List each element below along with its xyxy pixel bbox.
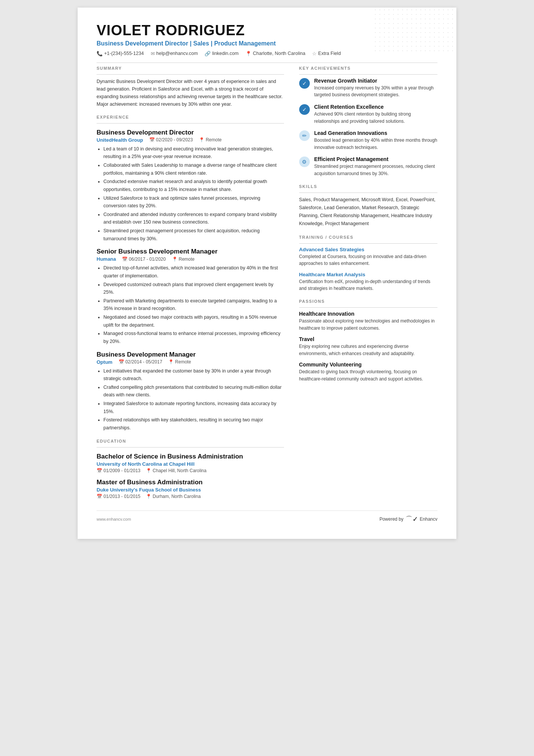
- bullet-item: Partnered with Marketing departments to …: [103, 297, 284, 313]
- passion-2: Travel Enjoy exploring new cultures and …: [299, 336, 438, 357]
- left-column: SUMMARY Dynamic Business Development Dir…: [97, 66, 284, 499]
- footer-website: www.enhancv.com: [97, 517, 131, 521]
- bullet-item: Developed customized outreach plans that…: [103, 281, 284, 296]
- achievements-label: KEY ACHIEVEMENTS: [299, 66, 438, 70]
- main-content: SUMMARY Dynamic Business Development Dir…: [97, 66, 437, 499]
- edu-location-icon-2: 📍: [146, 494, 151, 499]
- achievement-2-desc: Achieved 90% client retention by buildin…: [314, 111, 438, 125]
- achievement-3-title: Lead Generation Innovations: [314, 130, 438, 136]
- job-2: Senior Business Development Manager Huma…: [97, 248, 284, 345]
- bullet-item: Integrated Salesforce to automate report…: [103, 400, 284, 415]
- location-icon: 📍: [245, 51, 251, 56]
- job-3-meta: Optum 📅 02/2014 - 05/2017 📍 Remote: [97, 359, 284, 365]
- right-column: KEY ACHIEVEMENTS ✓ Revenue Growth Initia…: [299, 66, 438, 499]
- skills-text: Sales, Product Management, Microsoft Wor…: [299, 196, 438, 228]
- skills-label: SKILLS: [299, 184, 438, 189]
- edu-1-meta: 📅 01/2009 - 01/2013 📍 Chapel Hill, North…: [97, 468, 284, 473]
- summary-divider: [97, 74, 284, 75]
- job-3-location: 📍 Remote: [168, 359, 191, 365]
- header-divider: [97, 63, 437, 63]
- job-1-location: 📍 Remote: [199, 137, 222, 142]
- training-divider: [299, 243, 438, 244]
- calendar-icon-2: 📅: [122, 257, 128, 262]
- job-1-company: UnitedHealth Group: [97, 137, 143, 143]
- skills-divider: [299, 193, 438, 193]
- resume-page: VIOLET RODRIGUEZ Business Development Di…: [78, 8, 456, 539]
- calendar-icon-3: 📅: [119, 359, 124, 365]
- job-2-bullets: Directed top-of-funnel activities, which…: [97, 264, 284, 345]
- achievement-2-title: Client Retention Excellence: [314, 104, 438, 110]
- summary-text: Dynamic Business Development Director wi…: [97, 78, 284, 108]
- job-3: Business Development Manager Optum 📅 02/…: [97, 351, 284, 432]
- contact-extra: ☆ Extra Field: [312, 51, 341, 56]
- achievement-4-icon: ⚙: [299, 157, 310, 167]
- edu-2-school: Duke University's Fuqua School of Busine…: [97, 487, 284, 493]
- summary-label: SUMMARY: [97, 66, 284, 70]
- passion-3: Community Volunteering Dedicated to givi…: [299, 362, 438, 382]
- training-1-title: Advanced Sales Strategies: [299, 247, 438, 252]
- link-icon: 🔗: [205, 51, 211, 56]
- passion-3-title: Community Volunteering: [299, 362, 438, 368]
- education-label: EDUCATION: [97, 439, 284, 443]
- edu-1-degree: Bachelor of Science in Business Administ…: [97, 453, 284, 460]
- job-3-company: Optum: [97, 359, 112, 365]
- bullet-item: Coordinated and attended industry confer…: [103, 211, 284, 226]
- contact-email: ✉ help@enhancv.com: [151, 51, 198, 56]
- passion-1-desc: Passionate about exploring new technolog…: [299, 318, 438, 332]
- footer-logo: Powered by ⌒✓ Enhancv: [379, 515, 437, 524]
- edu-1-school: University of North Carolina at Chapel H…: [97, 461, 284, 467]
- bullet-item: Directed top-of-funnel activities, which…: [103, 264, 284, 280]
- training-2: Healthcare Market Analysis Certification…: [299, 272, 438, 292]
- contact-website: 🔗 linkedin.com: [205, 51, 238, 56]
- achievement-1-icon: ✓: [299, 78, 310, 89]
- edu-2-degree: Master of Business Administration: [97, 479, 284, 486]
- achievement-3-icon: ✏: [299, 130, 310, 141]
- achievement-1: ✓ Revenue Growth Initiator Increased com…: [299, 78, 438, 99]
- job-1-bullets: Led a team of 10 in devising and executi…: [97, 145, 284, 243]
- edu-2-meta: 📅 01/2013 - 01/2015 📍 Durham, North Caro…: [97, 494, 284, 499]
- bullet-item: Managed cross-functional teams to enhanc…: [103, 330, 284, 345]
- job-3-date: 📅 02/2014 - 05/2017: [119, 359, 162, 365]
- passion-1-title: Healthcare Innovation: [299, 311, 438, 317]
- bullet-item: Streamlined project management processes…: [103, 227, 284, 243]
- job-1-meta: UnitedHealth Group 📅 02/2020 - 09/2023 📍…: [97, 137, 284, 143]
- calendar-icon: 📅: [149, 137, 155, 142]
- job-2-company: Humana: [97, 256, 116, 262]
- achievement-4-desc: Streamlined project management processes…: [314, 163, 438, 177]
- education-divider: [97, 447, 284, 448]
- passion-3-desc: Dedicated to giving back through volunte…: [299, 368, 438, 382]
- achievement-4: ⚙ Efficient Project Management Streamlin…: [299, 156, 438, 177]
- bullet-item: Collaborated with Sales Leadership to ma…: [103, 161, 284, 177]
- enhancv-logo: ⌒✓ Enhancv: [406, 515, 437, 524]
- phone-icon: 📞: [97, 51, 103, 56]
- bullet-item: Led a team of 10 in devising and executi…: [103, 145, 284, 161]
- experience-label: EXPERIENCE: [97, 115, 284, 119]
- enhancv-symbol: ⌒✓: [406, 515, 418, 524]
- bullet-item: Led initiatives that expanded the custom…: [103, 367, 284, 383]
- edu-calendar-icon-1: 📅: [97, 468, 102, 473]
- job-3-bullets: Led initiatives that expanded the custom…: [97, 367, 284, 432]
- contact-location: 📍 Charlotte, North Carolina: [245, 51, 305, 56]
- location-icon-1: 📍: [199, 137, 205, 142]
- achievement-2-icon: ✓: [299, 104, 310, 115]
- edu-1: Bachelor of Science in Business Administ…: [97, 453, 284, 473]
- job-2-location: 📍 Remote: [172, 257, 195, 262]
- passion-2-desc: Enjoy exploring new cultures and experie…: [299, 343, 438, 357]
- bullet-item: Crafted compelling pitch presentations t…: [103, 383, 284, 399]
- achievement-4-title: Efficient Project Management: [314, 156, 438, 162]
- bullet-item: Negotiated and closed two major contract…: [103, 313, 284, 329]
- experience-divider: [97, 123, 284, 124]
- job-2-title: Senior Business Development Manager: [97, 248, 284, 255]
- job-1: Business Development Director UnitedHeal…: [97, 129, 284, 243]
- edu-location-icon-1: 📍: [146, 468, 151, 473]
- job-1-title: Business Development Director: [97, 129, 284, 136]
- passion-1: Healthcare Innovation Passionate about e…: [299, 311, 438, 332]
- edu-2: Master of Business Administration Duke U…: [97, 479, 284, 499]
- star-icon: ☆: [312, 51, 317, 56]
- email-icon: ✉: [151, 51, 155, 56]
- passion-2-title: Travel: [299, 336, 438, 342]
- bullet-item: Utilized Salesforce to track and optimiz…: [103, 194, 284, 210]
- location-icon-2: 📍: [172, 257, 178, 262]
- bullet-item: Conducted extensive market research and …: [103, 178, 284, 193]
- location-icon-3: 📍: [168, 359, 174, 365]
